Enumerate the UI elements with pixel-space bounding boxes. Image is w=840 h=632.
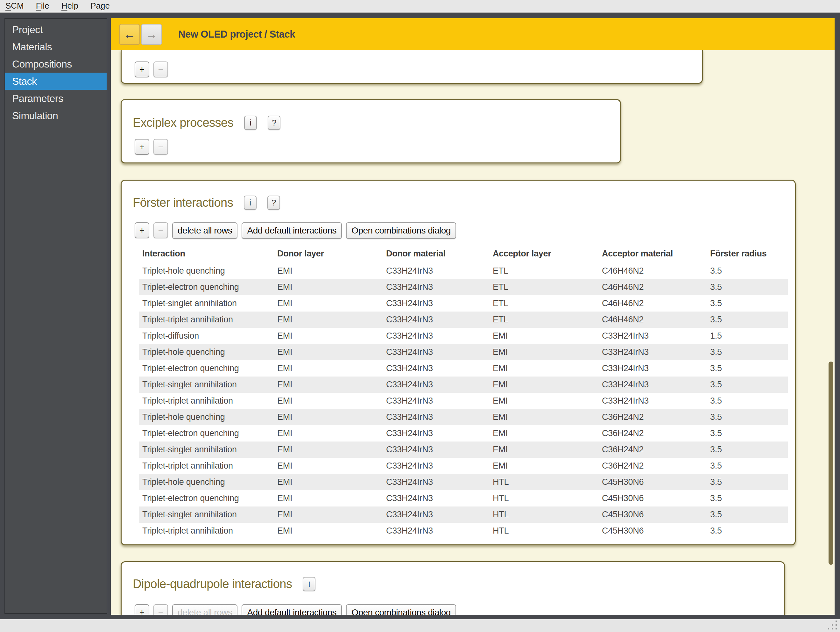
table-row[interactable]: Triplet-electron quenchingEMIC33H24IrN3H…	[139, 490, 788, 507]
dipole-add-default-interactions-button[interactable]: Add default interactions	[242, 604, 342, 615]
exciplex-add-row-button[interactable]: +	[135, 139, 149, 155]
table-cell: C36H24N2	[599, 445, 707, 455]
table-cell: HTL	[489, 510, 599, 520]
table-cell: EMI	[274, 347, 383, 357]
table-cell: 3.5	[707, 315, 788, 325]
menu-page-label: Page	[90, 1, 110, 11]
table-cell: EMI	[274, 526, 383, 536]
table-cell: 3.5	[707, 428, 788, 438]
table-cell: 1.5	[707, 331, 788, 341]
table-cell: Triplet-singlet annihilation	[139, 298, 274, 308]
table-row[interactable]: Triplet-electron quenchingEMIC33H24IrN3E…	[139, 279, 788, 295]
menu-scm-mnemonic: S	[5, 1, 11, 11]
table-row[interactable]: Triplet-singlet annihilationEMIC33H24IrN…	[139, 442, 788, 458]
menu-scm-label: CM	[11, 1, 24, 11]
table-cell: C36H24N2	[599, 412, 707, 422]
exciplex-info-button[interactable]: i	[244, 116, 257, 130]
table-row[interactable]: Triplet-triplet annihilationEMIC33H24IrN…	[139, 523, 788, 539]
dipole-open-combinations-dialog-button[interactable]: Open combinations dialog	[346, 604, 456, 615]
table-cell: EMI	[274, 363, 383, 373]
table-cell: ETL	[489, 282, 599, 292]
forster-remove-row-button[interactable]: −	[153, 222, 168, 238]
table-cell: Triplet-electron quenching	[139, 363, 274, 373]
vertical-scrollbar-thumb[interactable]	[829, 361, 833, 565]
sidebar-item-compositions[interactable]: Compositions	[5, 55, 107, 73]
table-cell: EMI	[274, 510, 383, 520]
sidebar-item-stack[interactable]: Stack	[5, 73, 107, 90]
table-cell: C45H30N6	[599, 493, 707, 503]
dipole-remove-row-button[interactable]: −	[153, 604, 168, 615]
table-cell: Triplet-triplet annihilation	[139, 315, 274, 325]
table-row[interactable]: Triplet-triplet annihilationEMIC33H24IrN…	[139, 393, 788, 409]
table-cell: EMI	[489, 396, 599, 406]
table-cell: C33H24IrN3	[599, 363, 707, 373]
forster-info-button[interactable]: i	[244, 196, 257, 210]
remove-row-button[interactable]: −	[153, 62, 168, 78]
forster-open-combinations-dialog-button[interactable]: Open combinations dialog	[346, 222, 456, 239]
table-row[interactable]: Triplet-triplet annihilationEMIC33H24IrN…	[139, 458, 788, 474]
table-cell: EMI	[489, 461, 599, 471]
table-row[interactable]: Triplet-hole quenchingEMIC33H24IrN3ETLC4…	[139, 263, 788, 279]
table-cell: 3.5	[707, 266, 788, 276]
resize-grip[interactable]	[835, 628, 837, 629]
table-row[interactable]: Triplet-electron quenchingEMIC33H24IrN3E…	[139, 360, 788, 377]
forward-button[interactable]: →	[141, 24, 162, 45]
table-cell: C33H24IrN3	[383, 282, 489, 292]
table-row[interactable]: Triplet-hole quenchingEMIC33H24IrN3EMIC3…	[139, 344, 788, 360]
table-cell: Triplet-singlet annihilation	[139, 445, 274, 455]
back-button[interactable]: ←	[119, 24, 140, 45]
dipole-add-row-button[interactable]: +	[135, 604, 149, 615]
dipole-info-button[interactable]: i	[303, 577, 316, 591]
table-row[interactable]: Triplet-electron quenchingEMIC33H24IrN3E…	[139, 425, 788, 442]
table-cell: EMI	[274, 412, 383, 422]
table-cell: EMI	[274, 445, 383, 455]
forster-delete-all-rows-button[interactable]: delete all rows	[172, 222, 237, 239]
column-header: Interaction	[139, 249, 274, 259]
table-cell: Triplet-hole quenching	[139, 347, 274, 357]
table-cell: EMI	[489, 363, 599, 373]
table-row[interactable]: Triplet-triplet annihilationEMIC33H24IrN…	[139, 312, 788, 328]
table-cell: EMI	[274, 298, 383, 308]
table-cell: HTL	[489, 477, 599, 487]
column-header: Acceptor layer	[489, 249, 599, 259]
forward-arrow-icon: →	[145, 28, 158, 41]
table-cell: EMI	[274, 396, 383, 406]
exciplex-help-button[interactable]: ?	[268, 116, 280, 130]
table-cell: C33H24IrN3	[383, 331, 489, 341]
table-cell: C33H24IrN3	[383, 315, 489, 325]
table-row[interactable]: Triplet-hole quenchingEMIC33H24IrN3HTLC4…	[139, 474, 788, 490]
table-cell: C33H24IrN3	[599, 396, 707, 406]
menu-help[interactable]: Help	[62, 1, 78, 11]
forster-interactions-table: InteractionDonor layerDonor materialAcce…	[139, 245, 788, 539]
sidebar-item-simulation[interactable]: Simulation	[5, 107, 107, 124]
table-cell: EMI	[274, 428, 383, 438]
menu-file[interactable]: File	[36, 1, 49, 11]
table-row[interactable]: Triplet-diffusionEMIC33H24IrN3EMIC33H24I…	[139, 328, 788, 344]
sidebar-item-materials[interactable]: Materials	[5, 38, 107, 55]
table-row[interactable]: Triplet-singlet annihilationEMIC33H24IrN…	[139, 295, 788, 312]
forster-help-button[interactable]: ?	[267, 196, 280, 210]
forster-add-default-interactions-button[interactable]: Add default interactions	[242, 222, 342, 239]
table-cell: C33H24IrN3	[383, 493, 489, 503]
back-arrow-icon: ←	[123, 28, 136, 41]
menu-help-mnemonic: H	[62, 1, 68, 11]
dipole-delete-all-rows-button[interactable]: delete all rows	[172, 604, 237, 615]
table-row[interactable]: Triplet-hole quenchingEMIC33H24IrN3EMIC3…	[139, 409, 788, 425]
table-row[interactable]: Triplet-singlet annihilationEMIC33H24IrN…	[139, 507, 788, 523]
table-row[interactable]: Triplet-singlet annihilationEMIC33H24IrN…	[139, 377, 788, 393]
table-cell: Triplet-triplet annihilation	[139, 396, 274, 406]
table-cell: C33H24IrN3	[599, 347, 707, 357]
table-cell: EMI	[489, 347, 599, 357]
sidebar-item-project[interactable]: Project	[5, 21, 107, 38]
sidebar-item-parameters[interactable]: Parameters	[5, 90, 107, 107]
exciplex-remove-row-button[interactable]: −	[153, 139, 168, 155]
menu-page[interactable]: Page	[90, 1, 110, 11]
table-cell: ETL	[489, 298, 599, 308]
menu-scm[interactable]: SCM	[5, 1, 24, 11]
column-header: Acceptor material	[599, 249, 707, 259]
window-frame: Project Materials Compositions Stack Par…	[0, 14, 840, 619]
table-cell: EMI	[489, 380, 599, 390]
add-row-button[interactable]: +	[135, 62, 149, 78]
forster-add-row-button[interactable]: +	[135, 222, 149, 238]
table-cell: EMI	[274, 461, 383, 471]
